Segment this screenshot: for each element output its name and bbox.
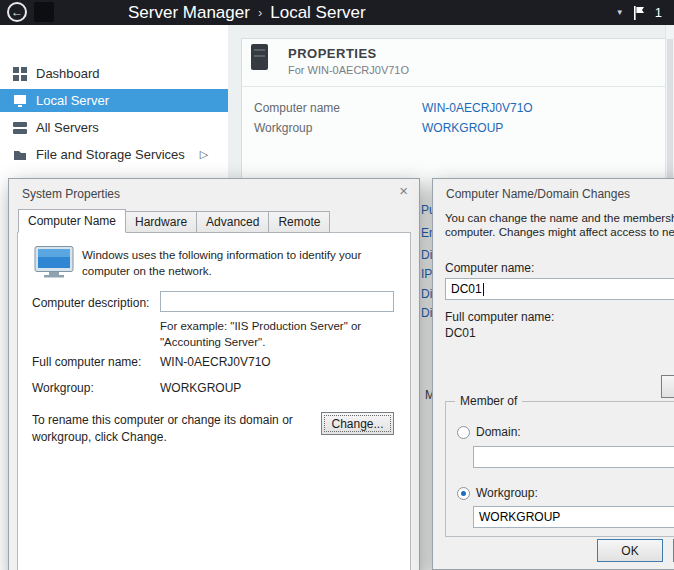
- computer-name-label: Computer name:: [445, 261, 534, 275]
- computer-description-input[interactable]: [160, 291, 394, 312]
- sidebar-item-local-server[interactable]: Local Server: [0, 89, 228, 112]
- forward-button[interactable]: [34, 2, 54, 22]
- close-icon[interactable]: ×: [399, 183, 408, 198]
- sidebar-item-dashboard[interactable]: Dashboard: [0, 62, 228, 85]
- clipped-property-value: Di: [421, 248, 432, 262]
- clipped-property-value: IP: [421, 267, 432, 281]
- breadcrumb-local-server[interactable]: Local Server: [270, 3, 365, 23]
- full-computer-name-label: Full computer name:: [445, 310, 554, 324]
- tab-computer-name[interactable]: Computer Name: [18, 209, 126, 233]
- domain-changes-dialog: Computer Name/Domain Changes You can cha…: [432, 178, 674, 570]
- breadcrumb-server-manager[interactable]: Server Manager: [128, 3, 250, 23]
- rename-hint-text: To rename this computer or change its do…: [32, 412, 312, 447]
- expand-chevron-icon[interactable]: ▷: [200, 148, 208, 161]
- computer-monitor-icon: [34, 246, 74, 278]
- tab-remote[interactable]: Remote: [269, 211, 330, 233]
- clipped-property-value: Di: [421, 287, 432, 301]
- back-arrow-icon: ←: [11, 6, 23, 18]
- domain-radio-label: Domain:: [476, 425, 521, 439]
- server-icon: [251, 44, 268, 70]
- tab-bar: Computer Name Hardware Advanced Remote: [18, 209, 330, 233]
- breadcrumb-separator-icon: ›: [258, 5, 262, 20]
- property-row: Workgroup WORKGROUP: [254, 121, 312, 135]
- domain-input[interactable]: [473, 446, 674, 468]
- property-label: Workgroup: [254, 121, 312, 135]
- properties-subtitle: For WIN-0AECRJ0V71O: [288, 64, 409, 76]
- local-server-icon: [13, 94, 27, 108]
- computer-name-input-value: DC01: [451, 282, 482, 296]
- sidebar-item-label: All Servers: [36, 120, 99, 135]
- example-text: For example: "IIS Production Server" or …: [160, 319, 398, 350]
- domain-radio[interactable]: [457, 426, 470, 439]
- text-caret: [483, 283, 484, 296]
- full-computer-name-value: DC01: [445, 326, 476, 340]
- workgroup-link[interactable]: WORKGROUP: [422, 121, 503, 135]
- computer-name-input[interactable]: DC01: [445, 278, 674, 300]
- workgroup-radio-label: Workgroup:: [476, 486, 538, 500]
- all-servers-icon: [13, 121, 27, 135]
- more-button[interactable]: [661, 375, 674, 398]
- notification-count[interactable]: 1: [655, 5, 662, 20]
- change-button[interactable]: Change...: [321, 412, 394, 435]
- workgroup-radio[interactable]: [457, 487, 470, 500]
- computer-description-label: Computer description:: [32, 296, 149, 310]
- workgroup-label: Workgroup:: [32, 381, 94, 395]
- back-button[interactable]: ←: [7, 2, 27, 22]
- sidebar-item-label: Dashboard: [36, 66, 100, 81]
- tab-advanced[interactable]: Advanced: [197, 211, 269, 233]
- dashboard-icon: [13, 67, 27, 81]
- workgroup-value: WORKGROUP: [160, 381, 241, 395]
- scrollbar-thumb[interactable]: [667, 39, 673, 189]
- intro-text: Windows uses the following information t…: [82, 248, 400, 279]
- member-of-legend: Member of: [455, 394, 522, 408]
- property-row: Computer name WIN-0AECRJ0V71O: [254, 101, 340, 115]
- dialog-body-text: You can change the name and the membersh…: [445, 212, 674, 224]
- file-storage-icon: [13, 148, 27, 162]
- full-computer-name-value: WIN-0AECRJ0V71O: [160, 355, 271, 369]
- notifications-flag-icon[interactable]: [634, 6, 645, 20]
- workgroup-input-value: WORKGROUP: [479, 510, 560, 524]
- dialog-title: Computer Name/Domain Changes: [446, 187, 630, 201]
- screen: ← Server Manager › Local Server ▼ 1 Dash…: [0, 0, 674, 570]
- tab-hardware[interactable]: Hardware: [126, 211, 197, 233]
- sidebar-item-label: Local Server: [36, 93, 109, 108]
- full-computer-name-label: Full computer name:: [32, 355, 141, 369]
- system-properties-dialog: System Properties × Computer Name Hardwa…: [8, 178, 420, 570]
- breadcrumb: Server Manager › Local Server: [128, 0, 366, 25]
- titlebar: ← Server Manager › Local Server ▼ 1: [0, 0, 674, 25]
- dialog-body-text: computer. Changes might affect access to…: [445, 226, 674, 238]
- ok-button[interactable]: OK: [597, 539, 663, 562]
- property-label: Computer name: [254, 101, 340, 115]
- properties-title: PROPERTIES: [288, 46, 377, 61]
- divider: [242, 86, 665, 87]
- caret-down-icon[interactable]: ▼: [616, 8, 624, 17]
- sidebar-item-all-servers[interactable]: All Servers: [0, 116, 228, 139]
- dialog-title: System Properties: [22, 187, 120, 201]
- clipped-property-value: Di: [421, 306, 432, 320]
- computer-name-link[interactable]: WIN-0AECRJ0V71O: [422, 101, 533, 115]
- sidebar-item-file-storage-services[interactable]: File and Storage Services ▷: [0, 143, 228, 166]
- workgroup-input[interactable]: WORKGROUP: [473, 506, 674, 528]
- sidebar-item-label: File and Storage Services: [36, 147, 185, 162]
- titlebar-actions: ▼ 1: [616, 0, 662, 25]
- computer-name-tab-panel: Windows uses the following information t…: [17, 232, 411, 570]
